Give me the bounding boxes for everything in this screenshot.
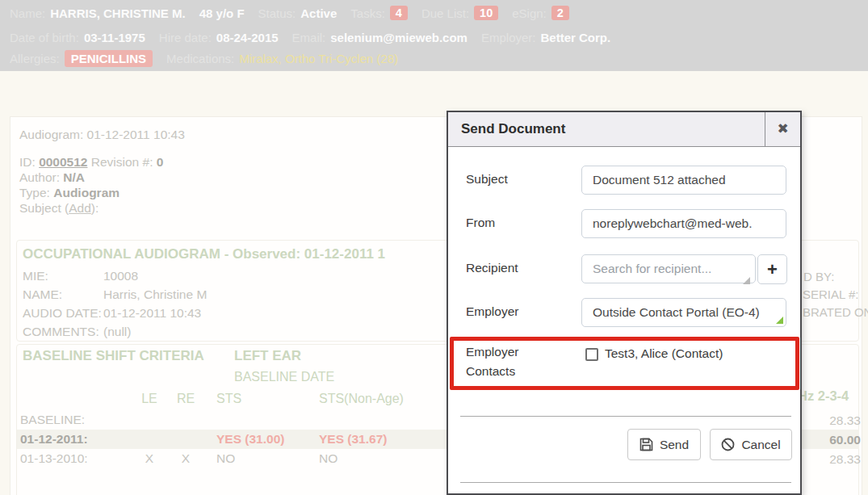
type-value: Audiogram (53, 186, 120, 199)
subject-suffix: ): (91, 201, 99, 215)
subject-prefix: Subject ( (19, 201, 69, 215)
revision-value: 0 (157, 155, 164, 169)
email-label: Email: (292, 31, 326, 44)
row-2010-label: 01-13-2010: (20, 451, 88, 466)
cancel-button[interactable]: Cancel (710, 429, 792, 460)
row-2010-re: X (170, 451, 202, 466)
esign-count-badge[interactable]: 2 (551, 6, 569, 20)
author-label: Author: (19, 170, 60, 184)
send-document-modal: Send Document ✖ Subject From Recipient +… (447, 111, 802, 495)
send-button-label: Send (660, 438, 689, 452)
patient-age-sex: 48 y/o F (199, 6, 245, 20)
dob-value: 03-11-1975 (84, 31, 145, 44)
contact-checkbox[interactable] (585, 348, 598, 361)
cancel-button-label: Cancel (741, 438, 780, 452)
subject-add-link[interactable]: Add (69, 201, 91, 215)
status-value: Active (300, 6, 337, 20)
subject-input[interactable] (581, 166, 786, 195)
add-recipient-button[interactable]: + (757, 254, 787, 284)
baseline-row-label: BASELINE: (20, 413, 85, 427)
patient-header-row3: Allergies: PENICILLINS Medications: Mira… (10, 50, 398, 67)
document-author-line: Author: N/A (19, 170, 85, 185)
screen: Name: HARRIS, CHRISTINE M. 48 y/o F Stat… (0, 0, 868, 495)
comments-value: (null) (103, 325, 131, 339)
subject-label: Subject (466, 172, 508, 187)
patient-name: HARRIS, CHRISTINE M. (50, 6, 186, 20)
audio-date-value: 01-12-2011 10:43 (103, 306, 201, 321)
document-id-link[interactable]: 0000512 (39, 155, 87, 169)
mie-value: 10008 (103, 269, 138, 283)
col-header-re: RE (170, 392, 202, 406)
cancel-icon (721, 438, 735, 451)
due-list-count-badge[interactable]: 10 (474, 6, 498, 20)
comments-label: COMMENTS: (23, 325, 99, 339)
fragment-calibrated: BRATED ON (803, 305, 868, 319)
row-2011-sts-nonage: YES (31.67) (319, 432, 387, 447)
employer-select-label: Employer (466, 304, 518, 319)
type-label: Type: (19, 186, 50, 199)
status-label: Status: (258, 6, 296, 20)
name-label: Name: (10, 6, 45, 20)
esign-label: eSign: (512, 6, 547, 20)
hire-date-label: Hire date: (159, 31, 212, 44)
save-icon (639, 438, 653, 451)
employer-contacts-label-line1: Employer (466, 345, 518, 359)
name-row-value: Harris, Christine M (103, 287, 207, 302)
row-2011-label: 01-12-2011: (20, 432, 88, 447)
recipient-resize-handle[interactable] (743, 277, 750, 284)
close-icon: ✖ (777, 121, 788, 136)
baseline-criteria-heading: BASELINE SHIFT CRITERIA (23, 348, 204, 364)
send-button[interactable]: Send (627, 429, 701, 460)
employer-contacts-label-line2: Contacts (466, 364, 515, 379)
document-id-line: ID: 0000512 Revision #: 0 (19, 155, 163, 170)
allergy-badge[interactable]: PENICILLINS (65, 50, 153, 67)
employer-label: Employer: (481, 31, 536, 44)
allergies-label: Allergies: (10, 52, 60, 65)
medications-links[interactable]: Miralax, Ortho Tri-Cyclen (28) (239, 52, 398, 65)
tasks-count-badge[interactable]: 4 (390, 6, 408, 20)
revision-label: Revision #: (91, 155, 153, 169)
id-label: ID: (19, 155, 36, 169)
fragment-value-2: 60.00 (802, 433, 861, 447)
modal-title: Send Document (461, 112, 565, 146)
from-input[interactable] (581, 209, 786, 238)
patient-header: Name: HARRIS, CHRISTINE M. 48 y/o F Stat… (0, 0, 868, 71)
recipient-label: Recipient (466, 261, 518, 275)
contact-checkbox-label[interactable]: Test3, Alice (Contact) (605, 346, 723, 361)
row-2010-sts-nonage: NO (319, 451, 338, 466)
divider-below-buttons (460, 482, 791, 483)
employer-select[interactable]: Outside Contact Portal (EO-4) (581, 298, 786, 327)
close-button[interactable]: ✖ (765, 112, 800, 146)
divider-above-buttons (460, 416, 791, 417)
fragment-value-3: 28.33 (802, 452, 861, 467)
fragment-tested-by: D BY: (803, 270, 834, 283)
modal-header: Send Document ✖ (448, 112, 800, 147)
row-2010-le: X (133, 451, 166, 466)
email-value: selenium@mieweb.com (330, 31, 468, 44)
fragment-hz-heading: Hz 2-3-4 (798, 388, 849, 404)
mie-label: MIE: (23, 269, 48, 283)
document-subject-line: Subject (Add): (19, 201, 99, 216)
patient-header-row1: Name: HARRIS, CHRISTINE M. 48 y/o F Stat… (10, 6, 569, 20)
name-row-label: NAME: (23, 287, 62, 302)
document-title: Audiogram: 01-12-2011 10:43 (19, 128, 185, 142)
audio-date-label: AUDIO DATE: (23, 306, 102, 321)
occupational-heading: OCCUPATIONAL AUDIOGRAM - Observed: 01-12… (23, 246, 385, 262)
col-header-le: LE (133, 392, 166, 406)
row-2011-sts: YES (31.00) (216, 432, 284, 447)
baseline-date-subheading: BASELINE DATE (234, 370, 334, 384)
document-type-line: Type: Audiogram (19, 186, 120, 200)
col-header-sts-nonage: STS(Non-Age) (319, 392, 404, 406)
author-value: N/A (63, 170, 85, 184)
recipient-search-input[interactable] (581, 254, 756, 283)
employer-select-expand-icon[interactable] (776, 317, 783, 324)
employer-select-value: Outside Contact Portal (EO-4) (593, 305, 760, 320)
medications-label: Medications: (166, 52, 234, 65)
from-label: From (466, 216, 495, 230)
fragment-value-1: 28.33 (802, 413, 861, 428)
left-ear-heading: LEFT EAR (234, 348, 301, 364)
row-2010-sts: NO (216, 451, 235, 466)
fragment-serial: SERIAL #: (803, 287, 858, 301)
due-list-label: Due List: (421, 6, 469, 20)
hire-date-value: 08-24-2015 (216, 31, 279, 44)
